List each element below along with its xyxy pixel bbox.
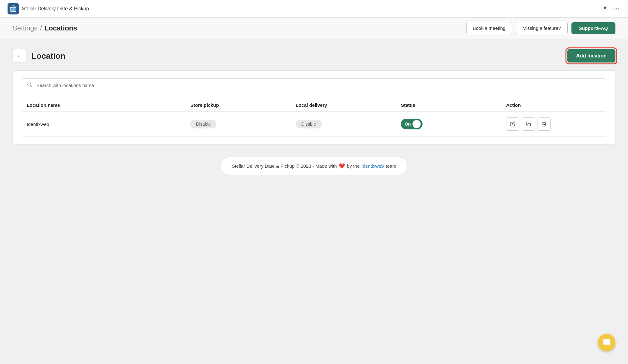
location-section-title: Location xyxy=(31,51,65,61)
locations-table: Location name Store pickup Local deliver… xyxy=(22,99,606,137)
row-local-delivery: Disable xyxy=(291,112,396,137)
nav-bar: Settings / Locations Book a meeting Miss… xyxy=(0,18,628,39)
breadcrumb: Settings / Locations xyxy=(13,24,77,32)
footer-card: Stellar Delivery Date & Pickup © 2023 - … xyxy=(220,157,408,175)
breadcrumb-settings[interactable]: Settings xyxy=(13,24,38,32)
toggle-label: On xyxy=(405,122,411,127)
app-logo-icon xyxy=(8,3,19,14)
chat-bubble-button[interactable] xyxy=(598,334,615,351)
book-meeting-button[interactable]: Book a meeting xyxy=(466,22,512,34)
app-title: Stellar Delivery Date & Pickup xyxy=(22,6,89,12)
row-actions xyxy=(501,112,606,137)
add-location-button[interactable]: Add location xyxy=(567,49,615,62)
search-input[interactable] xyxy=(22,78,606,92)
footer: Stellar Delivery Date & Pickup © 2023 - … xyxy=(13,157,615,175)
footer-identixweb-link[interactable]: identixweb xyxy=(362,163,384,169)
top-bar: Stellar Delivery Date & Pickup ⋯ xyxy=(0,0,628,18)
col-header-action: Action xyxy=(501,99,606,112)
local-delivery-status: Disable xyxy=(296,120,322,128)
search-wrapper xyxy=(22,78,606,92)
breadcrumb-separator: / xyxy=(40,24,42,32)
search-row xyxy=(22,78,606,92)
missing-feature-button[interactable]: Missing a feature? xyxy=(516,22,568,34)
footer-text-before: Stellar Delivery Date & Pickup © 2023 - … xyxy=(232,163,337,169)
col-header-name: Location name xyxy=(22,99,185,112)
store-pickup-status: Disable xyxy=(190,120,216,128)
col-header-status: Status xyxy=(396,99,501,112)
back-button[interactable]: ← xyxy=(13,49,26,63)
search-icon xyxy=(27,82,32,89)
svg-line-3 xyxy=(30,85,31,86)
toggle-knob xyxy=(412,120,421,128)
main-content: ← Location Add location Location na xyxy=(0,39,628,185)
breadcrumb-locations: Locations xyxy=(45,24,77,32)
more-options-icon[interactable]: ⋯ xyxy=(613,5,620,13)
copy-button[interactable] xyxy=(522,117,535,131)
support-faq-button[interactable]: Support/FAQ xyxy=(571,22,616,34)
back-arrow-icon: ← xyxy=(17,53,22,59)
row-status: On xyxy=(396,112,501,137)
footer-heart-icon: ❤️ xyxy=(339,163,345,169)
svg-point-2 xyxy=(28,83,31,86)
nav-bar-actions: Book a meeting Missing a feature? Suppor… xyxy=(466,22,615,34)
top-bar-right: ⋯ xyxy=(602,5,620,13)
edit-button[interactable] xyxy=(506,117,519,131)
col-header-store-pickup: Store pickup xyxy=(185,99,291,112)
app-logo: Stellar Delivery Date & Pickup xyxy=(8,3,89,14)
action-buttons xyxy=(506,117,601,131)
svg-point-1 xyxy=(13,9,14,10)
delete-button[interactable] xyxy=(538,117,551,131)
table-header: Location name Store pickup Local deliver… xyxy=(22,99,606,112)
status-toggle[interactable]: On xyxy=(401,119,423,129)
row-store-pickup: Disable xyxy=(185,112,291,137)
row-location-name: Identixweb xyxy=(22,112,185,137)
pin-icon[interactable] xyxy=(602,5,608,12)
footer-text-after: by the xyxy=(347,163,360,169)
svg-rect-4 xyxy=(528,123,531,126)
footer-text-end: team xyxy=(386,163,396,169)
location-header-row: ← Location Add location xyxy=(13,49,615,63)
col-header-local-delivery: Local delivery xyxy=(291,99,396,112)
table-row: Identixweb Disable Disable On xyxy=(22,112,606,137)
table-card: Location name Store pickup Local deliver… xyxy=(13,70,615,144)
table-body: Identixweb Disable Disable On xyxy=(22,112,606,137)
